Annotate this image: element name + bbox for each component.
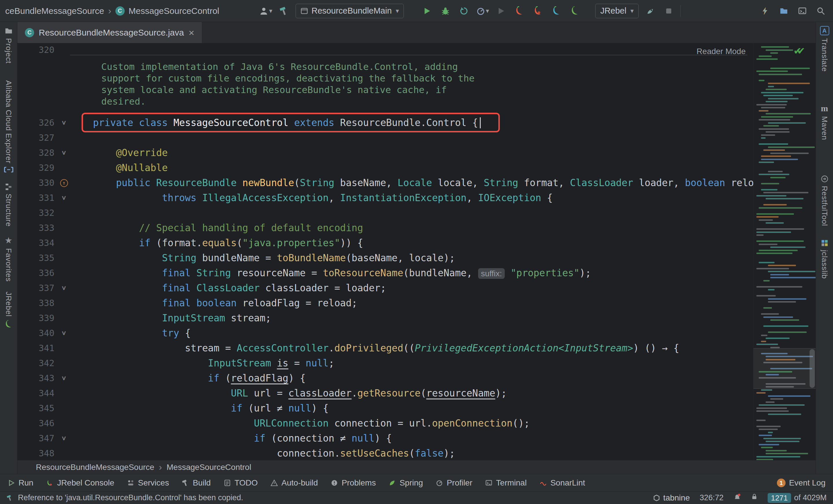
line-number[interactable]: 334	[17, 235, 58, 251]
gutter[interactable]: >	[58, 115, 70, 130]
line-number[interactable]: 329	[17, 160, 58, 175]
code-line[interactable]: private class MessageSourceControl exten…	[70, 115, 753, 130]
line-number[interactable]: 332	[17, 205, 58, 221]
line-number[interactable]: 340	[17, 326, 58, 341]
jrebel-run-icon[interactable]	[513, 4, 526, 18]
line-number[interactable]: 326	[17, 115, 58, 130]
fold-chevron-icon[interactable]: >	[60, 196, 68, 200]
code-line[interactable]: try {	[70, 326, 753, 341]
code-line[interactable]: if (reloadFlag) {	[70, 371, 753, 386]
sidebar-item-jrebel[interactable]: JRebel	[4, 292, 13, 329]
sidebar-item-project[interactable]: Project	[4, 27, 13, 64]
line-number[interactable]: 328	[17, 145, 58, 160]
run-configuration-select[interactable]: ResourceBundleMain ▾	[295, 4, 404, 18]
breadcrumb-item-class[interactable]: MessageSourceControl	[129, 6, 219, 16]
toolwindow-spring[interactable]: Spring	[388, 478, 423, 487]
code-line[interactable]	[70, 205, 753, 221]
toolwindow-event-log[interactable]: 1 Event Log	[777, 478, 826, 487]
caret-position[interactable]: 326:72	[700, 493, 724, 502]
jrebel-select[interactable]: JRebel ▾	[595, 4, 638, 18]
code-line[interactable]	[70, 130, 753, 145]
line-number[interactable]: 330	[17, 175, 58, 191]
fold-chevron-icon[interactable]: >	[60, 121, 68, 125]
line-number[interactable]: 348	[17, 446, 58, 460]
gutter[interactable]: >	[58, 431, 70, 446]
notifications-icon[interactable]	[734, 493, 741, 503]
gutter[interactable]: ↑	[58, 175, 70, 191]
sidebar-item-maven[interactable]: m Maven	[820, 103, 829, 140]
line-number[interactable]: 320	[17, 45, 58, 55]
line-number[interactable]: 342	[17, 356, 58, 371]
toolwindow-terminal[interactable]: Terminal	[485, 478, 527, 487]
breadcrumb-item-file[interactable]: ceBundleMessageSource	[5, 6, 104, 16]
line-number[interactable]: 333	[17, 221, 58, 235]
fold-chevron-icon[interactable]: >	[60, 436, 68, 440]
sidebar-item-structure[interactable]: Structure	[4, 183, 13, 227]
toolwindow-build[interactable]: Build	[182, 478, 211, 487]
line-number[interactable]: 337	[17, 281, 58, 296]
update-classes-icon[interactable]	[758, 4, 772, 18]
breadcrumb-item-class[interactable]: ResourceBundleMessageSource	[36, 463, 154, 472]
line-number[interactable]: 346	[17, 416, 58, 431]
toolwindow-services[interactable]: Services	[127, 478, 169, 487]
code-line[interactable]: // Special handling of default encoding	[70, 221, 753, 235]
code-editor[interactable]: 320 Custom implementation of Java 6's Re…	[17, 43, 753, 460]
code-line[interactable]: @Nullable	[70, 160, 753, 175]
user-profile-icon[interactable]: ▾	[259, 4, 272, 18]
scrollbar-thumb[interactable]	[810, 349, 815, 388]
search-everywhere-icon[interactable]	[814, 4, 828, 18]
sidebar-item-favorites[interactable]: ★ Favorites	[4, 235, 13, 282]
build-hammer-icon[interactable]	[277, 4, 291, 18]
folder-icon[interactable]	[777, 4, 791, 18]
xrebel-debug-icon[interactable]	[568, 4, 582, 18]
inspections-ok-icon[interactable]: ✔✔	[793, 45, 801, 57]
gutter[interactable]: >	[58, 326, 70, 341]
line-number[interactable]: 335	[17, 251, 58, 266]
minimap-viewport[interactable]	[754, 348, 816, 389]
fold-chevron-icon[interactable]: >	[60, 331, 68, 335]
tab-resourcebundlemessagesource-java[interactable]: C ResourceBundleMessageSource.java ×	[17, 22, 202, 43]
line-number[interactable]: 331	[17, 191, 58, 205]
sidebar-item-alibaba-cloud-explorer[interactable]: Alibaba Cloud Explorer	[4, 80, 14, 173]
fold-chevron-icon[interactable]: >	[60, 151, 68, 155]
xrebel-run-icon[interactable]	[550, 4, 564, 18]
fold-chevron-icon[interactable]: >	[60, 376, 68, 380]
breadcrumb-item-inner-class[interactable]: MessageSourceControl	[167, 463, 251, 472]
reader-mode-label[interactable]: Reader Mode	[696, 47, 746, 56]
toolwindow-auto-build[interactable]: Auto-build	[270, 478, 318, 487]
code-line[interactable]: public ResourceBundle newBundle(String b…	[70, 175, 753, 191]
toolwindow-sonarlint[interactable]: SonarLint	[540, 478, 585, 487]
code-line[interactable]: connection.setUseCaches(false);	[70, 446, 753, 460]
toolwindow-run[interactable]: Run	[7, 478, 33, 487]
gutter[interactable]: >	[58, 145, 70, 160]
terminal-icon[interactable]	[795, 4, 809, 18]
line-number[interactable]: 327	[17, 130, 58, 145]
gutter[interactable]: >	[58, 281, 70, 296]
code-line[interactable]: URL url = classLoader.getResource(resour…	[70, 386, 753, 401]
code-line[interactable]: @Override	[70, 145, 753, 160]
code-line[interactable]: URLConnection connection = url.openConne…	[70, 416, 753, 431]
line-number[interactable]: 336	[17, 266, 58, 281]
line-number[interactable]: 338	[17, 296, 58, 311]
line-number[interactable]: 339	[17, 311, 58, 326]
memory-indicator[interactable]: 1271 of 4029M	[768, 493, 827, 503]
sidebar-item-restfultool[interactable]: RestfulTool	[820, 175, 829, 226]
sidebar-item-translate[interactable]: A Translate	[820, 26, 829, 72]
code-line[interactable]: stream = AccessController.doPrivileged((…	[70, 341, 753, 356]
toolwindow-problems[interactable]: Problems	[331, 478, 376, 487]
code-line[interactable]: InputStream is = null;	[70, 356, 753, 371]
line-number[interactable]: 347	[17, 431, 58, 446]
fold-chevron-icon[interactable]: >	[60, 286, 68, 290]
code-line[interactable]: final boolean reloadFlag = reload;	[70, 296, 753, 311]
code-line[interactable]: if (url ≠ null) {	[70, 401, 753, 416]
code-line[interactable]: if (connection ≠ null) {	[70, 431, 753, 446]
launch-icon[interactable]	[643, 4, 657, 18]
line-number[interactable]: 345	[17, 401, 58, 416]
run-with-coverage-icon[interactable]	[457, 4, 471, 18]
gutter[interactable]: >	[58, 371, 70, 386]
jrebel-debug-icon[interactable]	[531, 4, 545, 18]
line-number[interactable]: 344	[17, 386, 58, 401]
run-icon[interactable]	[420, 4, 434, 18]
minimap[interactable]: ✔✔	[753, 43, 816, 460]
toolwindow-profiler[interactable]: Profiler	[435, 478, 472, 487]
